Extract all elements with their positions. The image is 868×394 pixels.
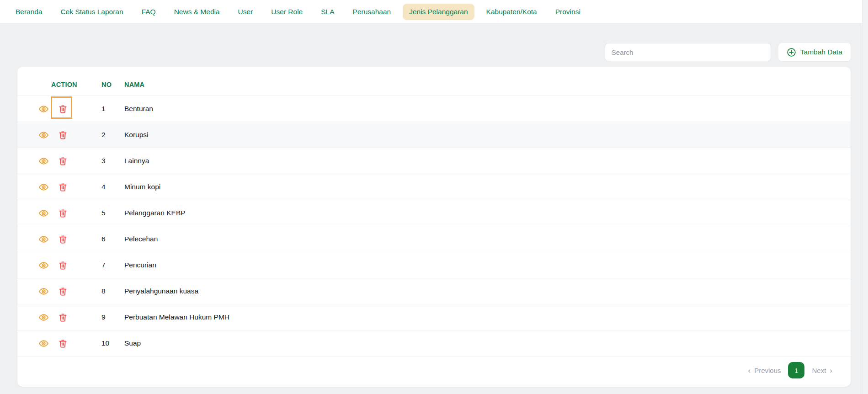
eye-icon (38, 312, 49, 323)
toolbar: Tambah Data (17, 43, 851, 61)
view-button[interactable] (38, 155, 49, 166)
nav-item-jenis-pelanggaran[interactable]: Jenis Pelanggaran (403, 4, 474, 20)
delete-button[interactable] (57, 155, 68, 166)
table-header-row: ACTION NO NAMA (17, 73, 851, 96)
search-input[interactable] (605, 43, 771, 61)
row-number: 1 (101, 105, 124, 113)
row-nama: Korupsi (124, 131, 851, 139)
view-button[interactable] (38, 312, 49, 323)
trash-icon (58, 182, 68, 192)
row-number: 8 (101, 287, 124, 295)
eye-icon (38, 182, 49, 192)
row-nama: Penyalahgunaan kuasa (124, 287, 851, 295)
trash-icon (58, 208, 68, 218)
add-data-button-label: Tambah Data (800, 48, 842, 56)
action-cell (17, 155, 101, 166)
row-nama: Minum kopi (124, 183, 851, 191)
action-cell (17, 286, 101, 297)
eye-icon (38, 104, 49, 114)
row-number: 4 (101, 183, 124, 191)
row-number: 2 (101, 131, 124, 139)
row-nama: Pelecehan (124, 235, 851, 243)
view-button[interactable] (38, 260, 49, 271)
row-nama: Pencurian (124, 261, 851, 269)
nav-item-faq[interactable]: FAQ (135, 4, 162, 20)
delete-button[interactable] (57, 260, 68, 271)
table-row: 5 Pelanggaran KEBP (17, 200, 851, 226)
action-cell (17, 129, 101, 140)
pagination: ‹ Previous 1 Next › (17, 357, 851, 387)
delete-button[interactable] (57, 181, 68, 192)
vertical-scrollbar[interactable] (862, 0, 868, 394)
chevron-left-icon: ‹ (748, 367, 751, 374)
delete-button[interactable] (57, 208, 68, 218)
action-cell (17, 181, 101, 192)
nav-item-sla[interactable]: SLA (314, 4, 341, 20)
view-button[interactable] (38, 338, 49, 349)
trash-icon (58, 260, 68, 270)
row-number: 7 (101, 261, 124, 269)
row-number: 3 (101, 157, 124, 165)
nav-item-user-role[interactable]: User Role (265, 4, 309, 20)
action-cell (17, 208, 101, 218)
row-number: 6 (101, 235, 124, 243)
view-button[interactable] (38, 234, 49, 245)
delete-button[interactable] (57, 312, 68, 323)
row-nama: Pelanggaran KEBP (124, 209, 851, 217)
column-header-action: ACTION (17, 81, 101, 88)
table-body: 1 Benturan (17, 96, 851, 357)
nav-item-provinsi[interactable]: Provinsi (549, 4, 587, 20)
trash-icon (58, 234, 68, 244)
plus-circle-icon (787, 48, 796, 57)
eye-icon (38, 260, 49, 271)
nav-item-perusahaan[interactable]: Perusahaan (346, 4, 398, 20)
row-nama: Lainnya (124, 157, 851, 165)
row-number: 9 (101, 313, 124, 321)
action-cell (17, 260, 101, 271)
add-data-button[interactable]: Tambah Data (778, 43, 851, 61)
table-row: 9 Perbuatan Melawan Hukum PMH (17, 304, 851, 330)
view-button[interactable] (38, 286, 49, 297)
view-button[interactable] (38, 103, 49, 114)
row-number: 5 (101, 209, 124, 217)
delete-button[interactable] (57, 286, 68, 297)
nav-item-user[interactable]: User (232, 4, 260, 20)
nav-item-news-media[interactable]: News & Media (168, 4, 226, 20)
data-table-card: ACTION NO NAMA (17, 67, 851, 387)
eye-icon (38, 156, 49, 166)
view-button[interactable] (38, 181, 49, 192)
chevron-right-icon: › (830, 367, 832, 374)
trash-icon (58, 312, 68, 322)
trash-icon (58, 156, 68, 166)
nav-item-beranda[interactable]: Beranda (9, 4, 49, 20)
delete-button[interactable] (57, 338, 68, 349)
row-number: 10 (101, 339, 124, 347)
delete-button[interactable] (57, 129, 68, 140)
table-row: 4 Minum kopi (17, 174, 851, 200)
column-header-nama: NAMA (124, 81, 851, 88)
table-row: 10 Suap (17, 330, 851, 357)
view-button[interactable] (38, 129, 49, 140)
table-row: 3 Lainnya (17, 148, 851, 174)
delete-button[interactable] (57, 234, 68, 245)
view-button[interactable] (38, 208, 49, 218)
page-number-button-active[interactable]: 1 (788, 362, 804, 378)
next-label: Next (812, 367, 826, 374)
column-header-no: NO (101, 81, 124, 88)
eye-icon (38, 130, 49, 140)
nav-item-cek-status-laporan[interactable]: Cek Status Laporan (54, 4, 130, 20)
previous-label: Previous (754, 367, 781, 374)
next-page-button[interactable]: Next › (812, 367, 832, 374)
table-row: 6 Pelecehan (17, 226, 851, 252)
nav-item-kabupaten-kota[interactable]: Kabupaten/Kota (480, 4, 543, 20)
trash-icon (58, 130, 68, 140)
trash-icon (58, 338, 68, 348)
eye-icon (38, 286, 49, 297)
eye-icon (38, 338, 49, 349)
action-cell (17, 234, 101, 245)
trash-icon (58, 286, 68, 296)
top-nav: BerandaCek Status LaporanFAQNews & Media… (0, 0, 868, 24)
action-cell (17, 338, 101, 349)
delete-button[interactable] (57, 103, 68, 114)
previous-page-button[interactable]: ‹ Previous (748, 367, 781, 374)
